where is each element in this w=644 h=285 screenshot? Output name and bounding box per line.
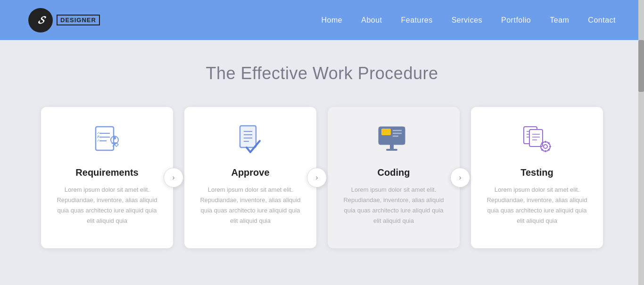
nav-item-about[interactable]: About — [361, 16, 382, 24]
card-text-testing: Lorem ipsum dolor sit amet elit. Repudia… — [484, 185, 590, 226]
coding-icon — [375, 121, 413, 159]
card-title-testing: Testing — [520, 167, 553, 178]
nav-link-team[interactable]: Team — [550, 16, 569, 24]
nav-links: Home About Features Services Portfolio T… — [322, 16, 616, 24]
card-requirements: ✓ ✗ ✓ Requirements Lorem ipsum dolor sit… — [41, 107, 173, 248]
nav-item-services[interactable]: Services — [452, 16, 482, 24]
section-title: The Effective Work Procedure — [38, 64, 606, 83]
logo-text: DESIGNER — [57, 15, 100, 25]
svg-rect-22 — [390, 145, 394, 149]
main-content: The Effective Work Procedure ✓ ✗ ✓ — [0, 40, 644, 277]
svg-point-8 — [113, 137, 116, 139]
card-wrapper-coding: Coding Lorem ipsum dolor sit amet elit. … — [328, 107, 460, 248]
scrollbar[interactable] — [638, 0, 644, 285]
card-title-approve: Approve — [231, 167, 269, 178]
logo-circle: 𝓢 — [28, 8, 53, 33]
nav-item-home[interactable]: Home — [322, 16, 343, 24]
approve-icon — [231, 121, 269, 159]
logo-icon: 𝓢 — [38, 14, 44, 26]
svg-rect-28 — [529, 130, 543, 147]
nav-link-portfolio[interactable]: Portfolio — [501, 16, 531, 24]
card-approve: Approve Lorem ipsum dolor sit amet elit.… — [184, 107, 316, 248]
card-coding: Coding Lorem ipsum dolor sit amet elit. … — [328, 107, 460, 248]
svg-point-33 — [544, 145, 547, 148]
scrollbar-thumb[interactable] — [638, 40, 644, 92]
nav-link-about[interactable]: About — [361, 16, 382, 24]
svg-rect-23 — [386, 149, 397, 151]
nav-item-contact[interactable]: Contact — [588, 16, 616, 24]
requirements-icon: ✓ ✗ ✓ — [88, 121, 126, 159]
testing-icon — [518, 121, 556, 159]
nav-link-features[interactable]: Features — [401, 16, 433, 24]
card-wrapper-requirements: ✓ ✗ ✓ Requirements Lorem ipsum dolor sit… — [41, 107, 173, 248]
nav-item-features[interactable]: Features — [401, 16, 433, 24]
card-text-coding: Lorem ipsum dolor sit amet elit. Repudia… — [341, 185, 446, 226]
card-wrapper-approve: Approve Lorem ipsum dolor sit amet elit.… — [184, 107, 316, 248]
logo-area: 𝓢 DESIGNER — [28, 8, 100, 33]
card-testing: Testing Lorem ipsum dolor sit amet elit.… — [471, 107, 603, 248]
nav-link-home[interactable]: Home — [322, 16, 343, 24]
navbar: 𝓢 DESIGNER Home About Features Services … — [0, 0, 644, 40]
card-title-coding: Coding — [378, 167, 410, 178]
card-text-approve: Lorem ipsum dolor sit amet elit. Repudia… — [198, 185, 303, 226]
nav-item-portfolio[interactable]: Portfolio — [501, 16, 531, 24]
card-text-requirements: Lorem ipsum dolor sit amet elit. Repudia… — [54, 185, 160, 226]
nav-link-contact[interactable]: Contact — [588, 16, 616, 24]
arrow-btn-2[interactable]: › — [307, 168, 327, 187]
svg-rect-11 — [240, 126, 256, 147]
arrow-btn-3[interactable]: › — [450, 168, 470, 187]
nav-item-team[interactable]: Team — [550, 16, 569, 24]
svg-text:✓: ✓ — [97, 138, 100, 143]
card-wrapper-testing: Testing Lorem ipsum dolor sit amet elit.… — [471, 107, 603, 248]
nav-link-services[interactable]: Services — [452, 16, 482, 24]
card-title-requirements: Requirements — [75, 167, 138, 178]
svg-rect-18 — [381, 129, 391, 135]
arrow-btn-1[interactable]: › — [164, 168, 183, 187]
cards-row: ✓ ✗ ✓ Requirements Lorem ipsum dolor sit… — [38, 107, 606, 248]
